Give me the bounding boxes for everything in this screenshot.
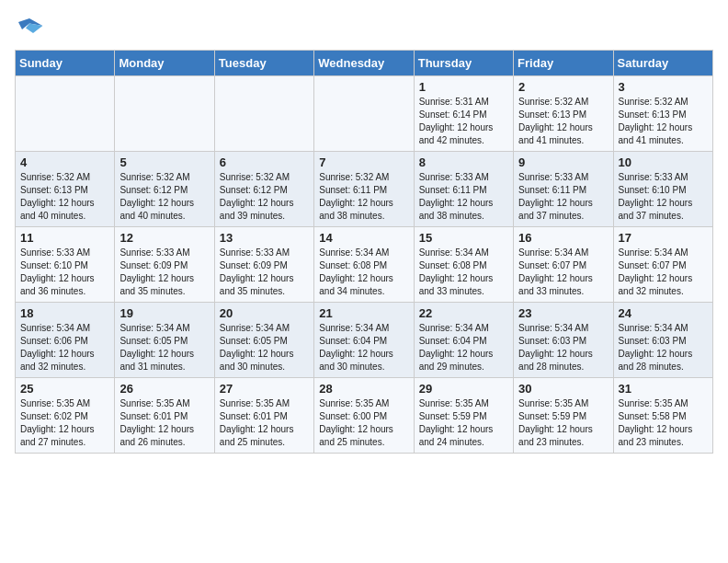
calendar-table: SundayMondayTuesdayWednesdayThursdayFrid… (15, 50, 713, 454)
day-number: 30 (518, 382, 608, 396)
calendar-cell (115, 76, 214, 152)
calendar-cell (214, 76, 313, 152)
day-number: 27 (220, 382, 309, 396)
calendar-week-row: 18Sunrise: 5:34 AM Sunset: 6:06 PM Dayli… (16, 303, 713, 378)
day-info: Sunrise: 5:32 AM Sunset: 6:13 PM Dayligh… (20, 171, 109, 223)
day-number: 17 (619, 231, 708, 245)
day-number: 16 (518, 231, 608, 245)
day-info: Sunrise: 5:35 AM Sunset: 6:02 PM Dayligh… (20, 397, 109, 449)
day-info: Sunrise: 5:34 AM Sunset: 6:07 PM Dayligh… (619, 247, 708, 298)
day-number: 12 (119, 231, 209, 245)
header-row: SundayMondayTuesdayWednesdayThursdayFrid… (16, 51, 713, 76)
day-number: 3 (619, 80, 708, 94)
calendar-cell: 25Sunrise: 5:35 AM Sunset: 6:02 PM Dayli… (16, 378, 115, 454)
day-info: Sunrise: 5:35 AM Sunset: 5:59 PM Dayligh… (518, 397, 608, 449)
calendar-cell: 15Sunrise: 5:34 AM Sunset: 6:08 PM Dayli… (414, 227, 513, 303)
calendar-cell: 10Sunrise: 5:33 AM Sunset: 6:10 PM Dayli… (613, 152, 712, 227)
day-info: Sunrise: 5:34 AM Sunset: 6:03 PM Dayligh… (619, 322, 708, 373)
day-info: Sunrise: 5:35 AM Sunset: 6:01 PM Dayligh… (220, 397, 309, 449)
calendar-cell: 23Sunrise: 5:34 AM Sunset: 6:03 PM Dayli… (514, 303, 613, 378)
day-info: Sunrise: 5:33 AM Sunset: 6:11 PM Dayligh… (419, 171, 508, 223)
day-info: Sunrise: 5:34 AM Sunset: 6:04 PM Dayligh… (319, 322, 408, 373)
day-info: Sunrise: 5:33 AM Sunset: 6:10 PM Dayligh… (20, 247, 109, 298)
calendar-cell: 5Sunrise: 5:32 AM Sunset: 6:12 PM Daylig… (115, 152, 214, 227)
day-number: 25 (20, 382, 109, 396)
logo (15, 15, 48, 40)
calendar-cell: 30Sunrise: 5:35 AM Sunset: 5:59 PM Dayli… (514, 378, 613, 454)
day-number: 14 (319, 231, 408, 245)
day-of-week-header: Tuesday (214, 51, 313, 76)
day-info: Sunrise: 5:34 AM Sunset: 6:03 PM Dayligh… (518, 322, 608, 373)
calendar-cell: 9Sunrise: 5:33 AM Sunset: 6:11 PM Daylig… (514, 152, 613, 227)
day-number: 22 (419, 306, 508, 320)
day-number: 18 (20, 306, 109, 320)
calendar-cell: 22Sunrise: 5:34 AM Sunset: 6:04 PM Dayli… (414, 303, 513, 378)
calendar-cell: 12Sunrise: 5:33 AM Sunset: 6:09 PM Dayli… (115, 227, 214, 303)
day-info: Sunrise: 5:34 AM Sunset: 6:05 PM Dayligh… (119, 322, 209, 373)
day-number: 21 (319, 306, 408, 320)
calendar-cell: 21Sunrise: 5:34 AM Sunset: 6:04 PM Dayli… (314, 303, 414, 378)
day-number: 23 (518, 306, 608, 320)
calendar-cell: 16Sunrise: 5:34 AM Sunset: 6:07 PM Dayli… (514, 227, 613, 303)
calendar-cell: 18Sunrise: 5:34 AM Sunset: 6:06 PM Dayli… (16, 303, 115, 378)
day-of-week-header: Thursday (414, 51, 513, 76)
day-number: 31 (619, 382, 708, 396)
day-info: Sunrise: 5:34 AM Sunset: 6:05 PM Dayligh… (220, 322, 309, 373)
day-of-week-header: Sunday (16, 51, 115, 76)
calendar-cell (314, 76, 414, 152)
day-number: 26 (119, 382, 209, 396)
calendar-cell: 4Sunrise: 5:32 AM Sunset: 6:13 PM Daylig… (16, 152, 115, 227)
day-info: Sunrise: 5:31 AM Sunset: 6:14 PM Dayligh… (419, 96, 508, 147)
day-number: 4 (20, 155, 109, 169)
day-info: Sunrise: 5:32 AM Sunset: 6:13 PM Dayligh… (518, 96, 608, 147)
calendar-week-row: 11Sunrise: 5:33 AM Sunset: 6:10 PM Dayli… (16, 227, 713, 303)
calendar-cell: 7Sunrise: 5:32 AM Sunset: 6:11 PM Daylig… (314, 152, 414, 227)
day-info: Sunrise: 5:35 AM Sunset: 6:01 PM Dayligh… (119, 397, 209, 449)
day-number: 5 (119, 155, 209, 169)
day-number: 29 (419, 382, 508, 396)
calendar-cell (16, 76, 115, 152)
day-info: Sunrise: 5:33 AM Sunset: 6:09 PM Dayligh… (119, 247, 209, 298)
day-info: Sunrise: 5:33 AM Sunset: 6:10 PM Dayligh… (619, 171, 708, 223)
logo-icon (15, 15, 44, 40)
calendar-cell: 14Sunrise: 5:34 AM Sunset: 6:08 PM Dayli… (314, 227, 414, 303)
calendar-week-row: 1Sunrise: 5:31 AM Sunset: 6:14 PM Daylig… (16, 76, 713, 152)
day-info: Sunrise: 5:34 AM Sunset: 6:08 PM Dayligh… (419, 247, 508, 298)
day-info: Sunrise: 5:32 AM Sunset: 6:11 PM Dayligh… (319, 171, 408, 223)
calendar-cell: 17Sunrise: 5:34 AM Sunset: 6:07 PM Dayli… (613, 227, 712, 303)
calendar-cell: 31Sunrise: 5:35 AM Sunset: 5:58 PM Dayli… (613, 378, 712, 454)
calendar-cell: 24Sunrise: 5:34 AM Sunset: 6:03 PM Dayli… (613, 303, 712, 378)
day-number: 28 (319, 382, 408, 396)
day-number: 1 (419, 80, 508, 94)
day-number: 8 (419, 155, 508, 169)
day-number: 13 (220, 231, 309, 245)
day-number: 7 (319, 155, 408, 169)
day-info: Sunrise: 5:34 AM Sunset: 6:08 PM Dayligh… (319, 247, 408, 298)
calendar-week-row: 4Sunrise: 5:32 AM Sunset: 6:13 PM Daylig… (16, 152, 713, 227)
day-number: 10 (619, 155, 708, 169)
calendar-week-row: 25Sunrise: 5:35 AM Sunset: 6:02 PM Dayli… (16, 378, 713, 454)
day-info: Sunrise: 5:34 AM Sunset: 6:04 PM Dayligh… (419, 322, 508, 373)
calendar-cell: 29Sunrise: 5:35 AM Sunset: 5:59 PM Dayli… (414, 378, 513, 454)
day-number: 9 (518, 155, 608, 169)
day-number: 2 (518, 80, 608, 94)
page-header (15, 15, 713, 40)
day-info: Sunrise: 5:35 AM Sunset: 5:59 PM Dayligh… (419, 397, 508, 449)
calendar-cell: 26Sunrise: 5:35 AM Sunset: 6:01 PM Dayli… (115, 378, 214, 454)
calendar-cell: 19Sunrise: 5:34 AM Sunset: 6:05 PM Dayli… (115, 303, 214, 378)
day-number: 24 (619, 306, 708, 320)
calendar-cell: 27Sunrise: 5:35 AM Sunset: 6:01 PM Dayli… (214, 378, 313, 454)
day-info: Sunrise: 5:34 AM Sunset: 6:06 PM Dayligh… (20, 322, 109, 373)
day-of-week-header: Saturday (613, 51, 712, 76)
calendar-cell: 8Sunrise: 5:33 AM Sunset: 6:11 PM Daylig… (414, 152, 513, 227)
calendar-cell: 13Sunrise: 5:33 AM Sunset: 6:09 PM Dayli… (214, 227, 313, 303)
day-info: Sunrise: 5:35 AM Sunset: 5:58 PM Dayligh… (619, 397, 708, 449)
day-info: Sunrise: 5:32 AM Sunset: 6:12 PM Dayligh… (119, 171, 209, 223)
day-info: Sunrise: 5:32 AM Sunset: 6:12 PM Dayligh… (220, 171, 309, 223)
day-info: Sunrise: 5:32 AM Sunset: 6:13 PM Dayligh… (619, 96, 708, 147)
day-number: 19 (119, 306, 209, 320)
day-info: Sunrise: 5:33 AM Sunset: 6:09 PM Dayligh… (220, 247, 309, 298)
day-number: 15 (419, 231, 508, 245)
day-number: 20 (220, 306, 309, 320)
day-info: Sunrise: 5:34 AM Sunset: 6:07 PM Dayligh… (518, 247, 608, 298)
